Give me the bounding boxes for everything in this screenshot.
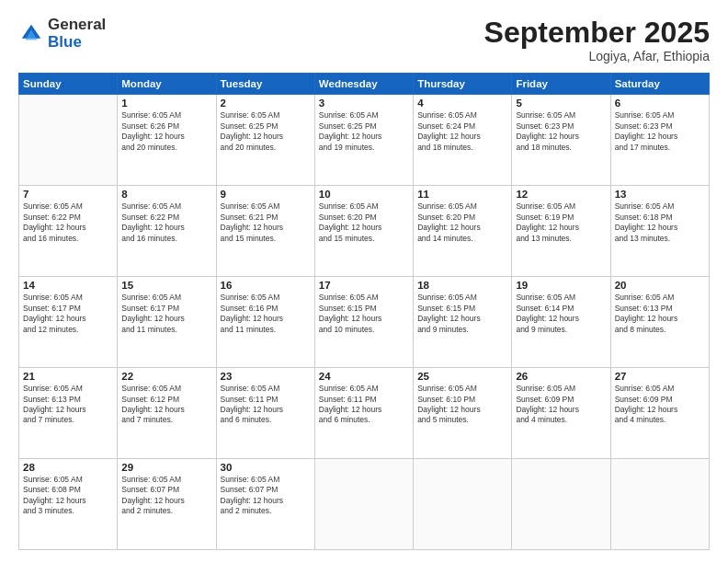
day-number: 11 — [417, 189, 507, 200]
calendar-cell: 19Sunrise: 6:05 AM Sunset: 6:14 PM Dayli… — [512, 277, 610, 368]
calendar-week-5: 28Sunrise: 6:05 AM Sunset: 6:08 PM Dayli… — [19, 459, 710, 550]
calendar-cell: 22Sunrise: 6:05 AM Sunset: 6:12 PM Dayli… — [118, 368, 216, 459]
calendar-cell: 23Sunrise: 6:05 AM Sunset: 6:11 PM Dayli… — [216, 368, 314, 459]
calendar-cell: 16Sunrise: 6:05 AM Sunset: 6:16 PM Dayli… — [216, 277, 314, 368]
calendar-cell: 3Sunrise: 6:05 AM Sunset: 6:25 PM Daylig… — [314, 95, 413, 186]
day-info: Sunrise: 6:05 AM Sunset: 6:14 PM Dayligh… — [516, 293, 606, 335]
day-info: Sunrise: 6:05 AM Sunset: 6:13 PM Dayligh… — [615, 293, 705, 335]
day-number: 25 — [417, 371, 507, 382]
title-block: September 2025 Logiya, Afar, Ethiopia — [484, 17, 710, 63]
calendar-cell: 12Sunrise: 6:05 AM Sunset: 6:19 PM Dayli… — [512, 186, 610, 277]
calendar-cell: 30Sunrise: 6:05 AM Sunset: 6:07 PM Dayli… — [216, 459, 314, 550]
day-info: Sunrise: 6:05 AM Sunset: 6:17 PM Dayligh… — [121, 293, 211, 335]
calendar-cell: 5Sunrise: 6:05 AM Sunset: 6:23 PM Daylig… — [512, 95, 610, 186]
col-header-saturday: Saturday — [610, 74, 709, 95]
calendar-cell: 13Sunrise: 6:05 AM Sunset: 6:18 PM Dayli… — [610, 186, 709, 277]
day-number: 18 — [417, 280, 507, 291]
day-number: 14 — [23, 280, 113, 291]
day-number: 30 — [221, 462, 311, 473]
logo-general: General — [48, 17, 106, 34]
col-header-sunday: Sunday — [19, 74, 118, 95]
day-info: Sunrise: 6:05 AM Sunset: 6:26 PM Dayligh… — [121, 110, 211, 153]
day-info: Sunrise: 6:05 AM Sunset: 6:19 PM Dayligh… — [516, 201, 606, 244]
day-info: Sunrise: 6:05 AM Sunset: 6:13 PM Dayligh… — [23, 384, 113, 426]
col-header-thursday: Thursday — [414, 74, 512, 95]
calendar-cell: 20Sunrise: 6:05 AM Sunset: 6:13 PM Dayli… — [610, 277, 709, 368]
day-info: Sunrise: 6:05 AM Sunset: 6:18 PM Dayligh… — [615, 201, 705, 244]
calendar-cell — [19, 95, 118, 186]
month-title: September 2025 — [484, 17, 710, 49]
calendar-cell: 26Sunrise: 6:05 AM Sunset: 6:09 PM Dayli… — [512, 368, 610, 459]
calendar-week-3: 14Sunrise: 6:05 AM Sunset: 6:17 PM Dayli… — [19, 277, 710, 368]
calendar-cell — [414, 459, 512, 550]
day-info: Sunrise: 6:05 AM Sunset: 6:23 PM Dayligh… — [516, 110, 606, 153]
calendar-cell — [610, 459, 709, 550]
day-number: 23 — [221, 371, 311, 382]
day-info: Sunrise: 6:05 AM Sunset: 6:22 PM Dayligh… — [121, 201, 211, 244]
page: General Blue September 2025 Logiya, Afar… — [0, 0, 728, 563]
day-info: Sunrise: 6:05 AM Sunset: 6:24 PM Dayligh… — [417, 110, 507, 153]
day-number: 1 — [121, 98, 211, 109]
calendar-cell: 21Sunrise: 6:05 AM Sunset: 6:13 PM Dayli… — [19, 368, 118, 459]
col-header-monday: Monday — [118, 74, 216, 95]
calendar: SundayMondayTuesdayWednesdayThursdayFrid… — [18, 73, 710, 550]
logo-icon — [18, 21, 44, 47]
calendar-cell — [314, 459, 413, 550]
day-info: Sunrise: 6:05 AM Sunset: 6:16 PM Dayligh… — [221, 293, 311, 335]
day-number: 8 — [121, 189, 211, 200]
day-info: Sunrise: 6:05 AM Sunset: 6:23 PM Dayligh… — [615, 110, 705, 153]
calendar-cell: 11Sunrise: 6:05 AM Sunset: 6:20 PM Dayli… — [414, 186, 512, 277]
day-number: 6 — [615, 98, 705, 109]
day-number: 26 — [516, 371, 606, 382]
day-info: Sunrise: 6:05 AM Sunset: 6:12 PM Dayligh… — [121, 384, 211, 426]
calendar-cell: 18Sunrise: 6:05 AM Sunset: 6:15 PM Dayli… — [414, 277, 512, 368]
day-number: 28 — [23, 462, 113, 473]
day-info: Sunrise: 6:05 AM Sunset: 6:07 PM Dayligh… — [221, 475, 311, 517]
day-info: Sunrise: 6:05 AM Sunset: 6:11 PM Dayligh… — [319, 384, 409, 426]
calendar-cell: 15Sunrise: 6:05 AM Sunset: 6:17 PM Dayli… — [118, 277, 216, 368]
day-info: Sunrise: 6:05 AM Sunset: 6:25 PM Dayligh… — [221, 110, 311, 153]
day-number: 12 — [516, 189, 606, 200]
day-number: 4 — [417, 98, 507, 109]
calendar-cell: 29Sunrise: 6:05 AM Sunset: 6:07 PM Dayli… — [118, 459, 216, 550]
day-number: 22 — [121, 371, 211, 382]
calendar-cell — [512, 459, 610, 550]
day-number: 9 — [221, 189, 311, 200]
calendar-cell: 25Sunrise: 6:05 AM Sunset: 6:10 PM Dayli… — [414, 368, 512, 459]
calendar-cell: 8Sunrise: 6:05 AM Sunset: 6:22 PM Daylig… — [118, 186, 216, 277]
day-info: Sunrise: 6:05 AM Sunset: 6:09 PM Dayligh… — [516, 384, 606, 426]
calendar-cell: 7Sunrise: 6:05 AM Sunset: 6:22 PM Daylig… — [19, 186, 118, 277]
day-number: 27 — [615, 371, 705, 382]
day-info: Sunrise: 6:05 AM Sunset: 6:22 PM Dayligh… — [23, 201, 113, 244]
calendar-cell: 10Sunrise: 6:05 AM Sunset: 6:20 PM Dayli… — [314, 186, 413, 277]
calendar-cell: 6Sunrise: 6:05 AM Sunset: 6:23 PM Daylig… — [610, 95, 709, 186]
day-number: 29 — [121, 462, 211, 473]
calendar-cell: 9Sunrise: 6:05 AM Sunset: 6:21 PM Daylig… — [216, 186, 314, 277]
calendar-cell: 1Sunrise: 6:05 AM Sunset: 6:26 PM Daylig… — [118, 95, 216, 186]
calendar-cell: 14Sunrise: 6:05 AM Sunset: 6:17 PM Dayli… — [19, 277, 118, 368]
day-info: Sunrise: 6:05 AM Sunset: 6:10 PM Dayligh… — [417, 384, 507, 426]
day-info: Sunrise: 6:05 AM Sunset: 6:09 PM Dayligh… — [615, 384, 705, 426]
day-info: Sunrise: 6:05 AM Sunset: 6:20 PM Dayligh… — [417, 201, 507, 244]
logo-blue: Blue — [48, 34, 106, 52]
calendar-cell: 4Sunrise: 6:05 AM Sunset: 6:24 PM Daylig… — [414, 95, 512, 186]
calendar-cell: 17Sunrise: 6:05 AM Sunset: 6:15 PM Dayli… — [314, 277, 413, 368]
day-number: 15 — [121, 280, 211, 291]
col-header-friday: Friday — [512, 74, 610, 95]
logo: General Blue — [18, 17, 106, 51]
day-number: 20 — [615, 280, 705, 291]
day-number: 21 — [23, 371, 113, 382]
day-number: 16 — [221, 280, 311, 291]
day-info: Sunrise: 6:05 AM Sunset: 6:15 PM Dayligh… — [319, 293, 409, 335]
day-info: Sunrise: 6:05 AM Sunset: 6:07 PM Dayligh… — [121, 475, 211, 517]
logo-text: General Blue — [48, 17, 106, 51]
location-subtitle: Logiya, Afar, Ethiopia — [484, 49, 710, 63]
day-info: Sunrise: 6:05 AM Sunset: 6:11 PM Dayligh… — [221, 384, 311, 426]
day-number: 3 — [319, 98, 409, 109]
day-number: 13 — [615, 189, 705, 200]
calendar-week-1: 1Sunrise: 6:05 AM Sunset: 6:26 PM Daylig… — [19, 95, 710, 186]
calendar-cell: 27Sunrise: 6:05 AM Sunset: 6:09 PM Dayli… — [610, 368, 709, 459]
day-number: 24 — [319, 371, 409, 382]
header: General Blue September 2025 Logiya, Afar… — [18, 17, 710, 63]
calendar-header-row: SundayMondayTuesdayWednesdayThursdayFrid… — [19, 74, 710, 95]
